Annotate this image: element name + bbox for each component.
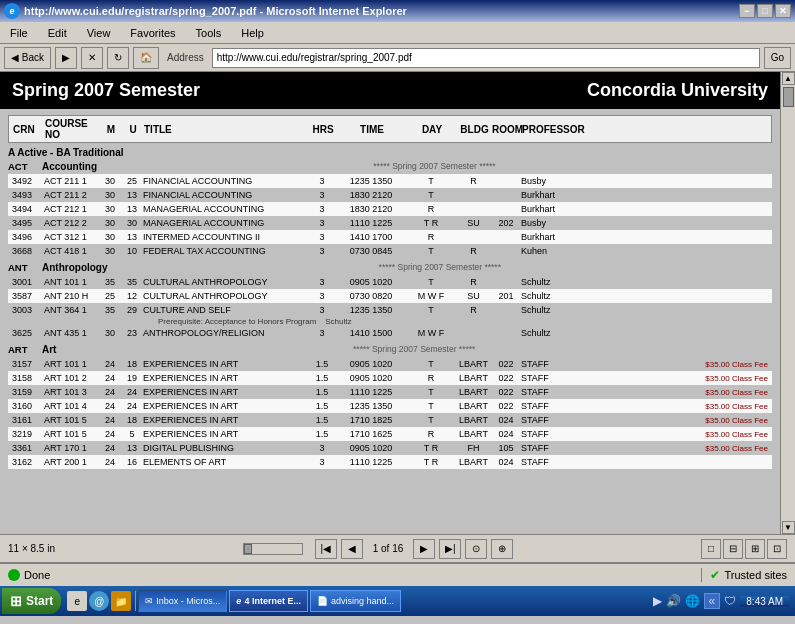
trusted-label: Trusted sites	[724, 569, 787, 581]
toolbar: ◀ Back ▶ ✕ ↻ 🏠 Address Go	[0, 44, 795, 72]
table-row: 3158 ART 101 2 24 19 EXPERIENCES IN ART …	[8, 371, 772, 385]
window-title: http://www.cui.edu/registrar/spring_2007…	[24, 5, 407, 17]
col-professor: PROFESSOR	[522, 124, 642, 135]
zoom-fit-button[interactable]: ⊟	[723, 539, 743, 559]
accounting-header: Accounting	[38, 161, 97, 172]
scroll-down-button[interactable]: ▼	[782, 521, 795, 534]
page-size-label: 11 × 8.5 in	[0, 543, 55, 554]
system-clock: 8:43 AM	[740, 596, 789, 607]
systray-network[interactable]: 🌐	[685, 594, 700, 608]
vertical-scrollbar[interactable]: ▲ ▼	[780, 72, 795, 534]
fee-note: $35.00 Class Fee	[641, 358, 768, 371]
first-page-button[interactable]: |◀	[315, 539, 337, 559]
taskbar-button-advising[interactable]: 📄 advising hand...	[310, 590, 401, 612]
taskbar-button-inbox[interactable]: ✉ Inbox - Micros...	[138, 590, 227, 612]
table-row: 3495 ACT 212 2 30 30 MANAGERIAL ACCOUNTI…	[8, 216, 772, 230]
col-day: DAY	[407, 124, 457, 135]
scroll-up-button[interactable]: ▲	[782, 72, 795, 85]
home-button[interactable]: 🏠	[133, 47, 159, 69]
ant-label: ANT	[8, 262, 38, 273]
systray-volume[interactable]: 🔊	[666, 594, 681, 608]
zoom-controls: □ ⊟ ⊞ ⊡	[701, 539, 795, 559]
zoom-width-button[interactable]: ⊡	[767, 539, 787, 559]
act-label: ACT	[8, 161, 38, 172]
col-hrs: HRS	[309, 124, 337, 135]
table-row: 3668 ACT 418 1 30 10 FEDERAL TAX ACCOUNT…	[8, 244, 772, 258]
pdf-content: Spring 2007 Semester Concordia Universit…	[0, 72, 780, 534]
table-row: 3361 ART 170 1 24 13 DIGITAL PUBLISHING …	[8, 441, 772, 455]
art-header: Art	[38, 344, 56, 355]
table-row: 3496 ACT 312 1 30 13 INTERMED ACCOUNTING…	[8, 230, 772, 244]
zoom-out-button[interactable]: □	[701, 539, 721, 559]
taskbar-right: ▶ 🔊 🌐 « 🛡 8:43 AM	[653, 593, 793, 609]
col-crn: CRN	[13, 124, 45, 135]
refresh-button[interactable]: ↻	[107, 47, 129, 69]
forward-button[interactable]: ▶	[55, 47, 77, 69]
last-page-button[interactable]: ▶|	[439, 539, 461, 559]
menu-tools[interactable]: Tools	[190, 25, 228, 41]
table-row: 3493 ACT 211 2 30 13 FINANCIAL ACCOUNTIN…	[8, 188, 772, 202]
fee-note: $35.00 Class Fee	[641, 372, 768, 385]
section-a-header: A Active - BA Traditional	[8, 147, 772, 158]
go-to-page-button[interactable]: ⊙	[465, 539, 487, 559]
maximize-button[interactable]: □	[757, 4, 773, 18]
menu-edit[interactable]: Edit	[42, 25, 73, 41]
prereq-note: Prerequisite: Acceptance to Honors Progr…	[8, 317, 772, 326]
systray-security[interactable]: 🛡	[724, 594, 736, 608]
anthropology-header: Anthropology	[38, 262, 108, 273]
menu-favorites[interactable]: Favorites	[124, 25, 181, 41]
zoom-in-button[interactable]: ⊞	[745, 539, 765, 559]
title-bar: e http://www.cui.edu/registrar/spring_20…	[0, 0, 795, 22]
go-button[interactable]: Go	[764, 47, 791, 69]
close-button[interactable]: ✕	[775, 4, 791, 18]
fee-note: $35.00 Class Fee	[641, 428, 768, 441]
start-label: Start	[26, 594, 53, 608]
pdf-page-controls: 11 × 8.5 in |◀ ◀ 1 of 16 ▶ ▶| ⊙ ⊕ □ ⊟ ⊞ …	[0, 534, 795, 562]
bookmark-button[interactable]: ⊕	[491, 539, 513, 559]
table-row: 3003 ANT 364 1 35 29 CULTURE AND SELF 3 …	[8, 303, 772, 317]
col-title: TITLE	[144, 124, 309, 135]
quick-launch-folder[interactable]: 📁	[111, 591, 131, 611]
systray-multimedia[interactable]: ▶	[653, 594, 662, 608]
menu-bar: File Edit View Favorites Tools Help	[0, 22, 795, 44]
quick-launch-ie[interactable]: e	[67, 591, 87, 611]
trusted-sites-area: ✔ Trusted sites	[701, 568, 795, 582]
back-button[interactable]: ◀ Back	[4, 47, 51, 69]
fee-note: $35.00 Class Fee	[641, 400, 768, 413]
col-u: U	[122, 124, 144, 135]
col-room: ROOM	[492, 124, 522, 135]
taskbar: ⊞ Start e @ 📁 ✉ Inbox - Micros... e 4 In…	[0, 586, 795, 616]
semester-title: Spring 2007 Semester	[12, 80, 200, 101]
page-indicator: 1 of 16	[373, 543, 404, 554]
status-indicator	[8, 569, 20, 581]
pdf-header: Spring 2007 Semester Concordia Universit…	[0, 72, 780, 109]
address-bar[interactable]	[212, 48, 760, 68]
table-row: 3157 ART 101 1 24 18 EXPERIENCES IN ART …	[8, 357, 772, 371]
fee-note: $35.00 Class Fee	[641, 442, 768, 455]
university-name: Concordia University	[587, 80, 768, 101]
systray-arrow[interactable]: «	[709, 594, 716, 608]
table-row: 3587 ANT 210 H 25 12 CULTURAL ANTHROPOLO…	[8, 289, 772, 303]
col-bldg: BLDG	[457, 124, 492, 135]
stop-button[interactable]: ✕	[81, 47, 103, 69]
start-button[interactable]: ⊞ Start	[2, 588, 61, 614]
prev-page-button[interactable]: ◀	[341, 539, 363, 559]
menu-help[interactable]: Help	[235, 25, 270, 41]
quick-launch-browser[interactable]: @	[89, 591, 109, 611]
next-page-button[interactable]: ▶	[413, 539, 435, 559]
taskbar-button-ie[interactable]: e 4 Internet E...	[229, 590, 308, 612]
browser-content: Spring 2007 Semester Concordia Universit…	[0, 72, 795, 534]
menu-view[interactable]: View	[81, 25, 117, 41]
table-row: 3001 ANT 101 1 35 35 CULTURAL ANTHROPOLO…	[8, 275, 772, 289]
menu-file[interactable]: File	[4, 25, 34, 41]
table-row: 3159 ART 101 3 24 24 EXPERIENCES IN ART …	[8, 385, 772, 399]
art-label: ART	[8, 344, 38, 355]
status-text: Done	[24, 569, 50, 581]
table-row: 3161 ART 101 5 24 18 EXPERIENCES IN ART …	[8, 413, 772, 427]
minimize-button[interactable]: −	[739, 4, 755, 18]
table-row: 3494 ACT 212 1 30 13 MANAGERIAL ACCOUNTI…	[8, 202, 772, 216]
course-table: CRN COURSE NO M U TITLE HRS TIME DAY BLD…	[0, 109, 780, 475]
status-done-area: Done	[0, 569, 701, 581]
scroll-thumb[interactable]	[783, 87, 794, 107]
trusted-icon: ✔	[710, 568, 720, 582]
